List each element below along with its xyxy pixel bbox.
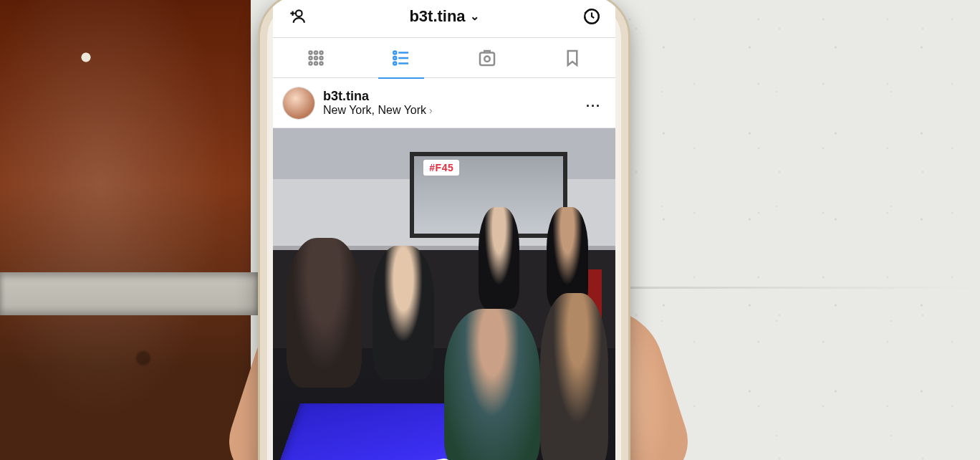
profile-title[interactable]: b3t.tina ⌄ — [409, 7, 479, 26]
svg-point-10 — [320, 62, 322, 64]
gym-sign: #F45 — [423, 160, 459, 176]
chevron-right-icon: › — [429, 105, 433, 116]
bookmark-icon — [562, 47, 583, 69]
svg-point-13 — [394, 62, 397, 64]
avatar[interactable] — [283, 87, 314, 119]
post-meta: b3t.tina New York, New York › — [323, 89, 433, 117]
person-back-1 — [479, 207, 519, 309]
photo-scene: b3t.tina ⌄ — [0, 0, 980, 460]
person-mid — [373, 246, 434, 379]
person-right — [540, 293, 609, 460]
background-brick — [0, 0, 251, 460]
svg-point-0 — [296, 10, 302, 16]
svg-point-9 — [314, 62, 317, 64]
phone-device: b3t.tina ⌄ — [258, 0, 630, 460]
post-location-text: New York, New York — [323, 104, 426, 117]
svg-point-6 — [314, 57, 317, 59]
tab-saved[interactable] — [557, 42, 588, 74]
post-more-button[interactable]: ... — [582, 91, 605, 115]
svg-rect-14 — [480, 52, 494, 65]
profile-header: b3t.tina ⌄ — [273, 0, 615, 38]
tab-tagged[interactable] — [471, 42, 503, 74]
svg-point-11 — [394, 51, 397, 54]
profile-title-text: b3t.tina — [409, 7, 465, 26]
post-header: b3t.tina New York, New York › ... — [273, 78, 615, 128]
svg-point-15 — [484, 56, 490, 62]
person-front — [444, 309, 540, 460]
svg-point-7 — [320, 57, 322, 59]
svg-point-2 — [309, 51, 312, 54]
post-location[interactable]: New York, New York › — [323, 104, 433, 117]
phone-screen: b3t.tina ⌄ — [273, 0, 615, 460]
list-icon — [390, 47, 412, 69]
background-mortar — [0, 272, 258, 315]
svg-point-12 — [394, 57, 397, 59]
post-username[interactable]: b3t.tina — [323, 89, 433, 104]
profile-tabs — [273, 38, 615, 78]
history-icon[interactable] — [581, 6, 602, 27]
chevron-down-icon: ⌄ — [470, 9, 479, 23]
tagged-icon — [476, 47, 498, 69]
svg-point-3 — [314, 51, 317, 54]
add-person-icon[interactable] — [286, 6, 307, 27]
grid-icon — [305, 47, 327, 69]
person-left — [287, 238, 362, 387]
svg-point-8 — [309, 62, 312, 64]
svg-point-4 — [320, 51, 322, 54]
svg-point-5 — [309, 57, 312, 59]
tab-list[interactable] — [385, 42, 417, 74]
tab-grid[interactable] — [300, 42, 332, 74]
post-image[interactable]: #F45 — [273, 128, 615, 460]
